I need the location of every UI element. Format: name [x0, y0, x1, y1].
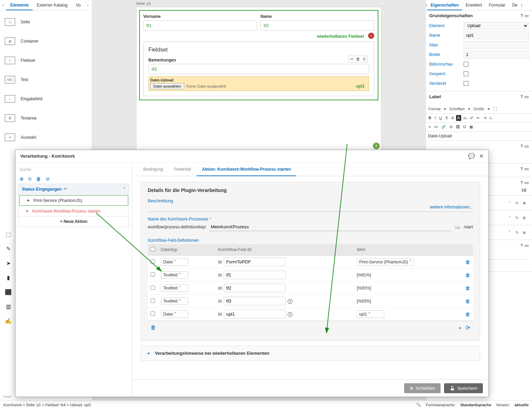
- image-icon[interactable]: 🖼: [455, 124, 461, 130]
- ver-value[interactable]: aktuelle: [514, 403, 529, 407]
- form-canvas[interactable]: Vorname Name wiederholbares Fieldset – F…: [136, 7, 381, 151]
- bold-icon[interactable]: B: [427, 115, 433, 121]
- refresh-rows-icon[interactable]: ⟳: [466, 325, 470, 332]
- badge-icon[interactable]: ⬛: [4, 288, 12, 296]
- row-check[interactable]: [151, 285, 155, 290]
- feld-id-input[interactable]: [224, 297, 286, 305]
- info-icon[interactable]: i: [288, 312, 292, 317]
- delete-icon[interactable]: 🗑: [36, 176, 41, 182]
- tab-externer-katalog[interactable]: Externer Katalog: [33, 0, 71, 10]
- fullscreen-icon[interactable]: ⛶: [492, 106, 498, 112]
- feedback-icon[interactable]: 💬: [468, 153, 475, 159]
- cursor-icon[interactable]: ➤: [4, 259, 12, 267]
- tab-erweitert[interactable]: Erweitert: [462, 0, 485, 10]
- book-icon[interactable]: 📖: [455, 225, 460, 229]
- help-icon[interactable]: ?: [520, 144, 523, 149]
- chevron-down-icon[interactable]: ˅: [507, 200, 513, 206]
- link-icon[interactable]: 🔗: [440, 124, 447, 130]
- feld-id-input[interactable]: [224, 271, 286, 279]
- delete-row-icon[interactable]: 🗑: [465, 272, 470, 278]
- add-icon[interactable]: ⊕: [521, 215, 527, 221]
- strike-icon[interactable]: S: [444, 115, 449, 121]
- add-row-icon[interactable]: ＋: [457, 325, 463, 332]
- datentyp-select[interactable]: Textfeld ˅: [161, 284, 188, 292]
- feld-id-input[interactable]: [224, 284, 286, 292]
- search-icon[interactable]: 🔍: [416, 402, 421, 407]
- new-action-button[interactable]: + Neue Aktion: [18, 216, 129, 227]
- element-container[interactable]: ▥Container: [0, 32, 92, 51]
- prop-element-select[interactable]: Upload: [464, 22, 529, 30]
- input-tf1[interactable]: [143, 20, 257, 31]
- table-icon[interactable]: ▦: [468, 124, 474, 130]
- help-icon[interactable]: ?: [520, 13, 523, 18]
- chevron-down-icon[interactable]: ˅: [507, 215, 513, 221]
- bgcolor-icon[interactable]: A: [456, 115, 461, 121]
- element-eingabefeld[interactable]: IEingabefeld: [0, 89, 92, 109]
- collapse-icon[interactable]: ▭: [524, 94, 529, 99]
- select-all-check[interactable]: [151, 247, 155, 251]
- tool-icon[interactable]: ▮: [4, 273, 12, 282]
- color-icon[interactable]: A: [450, 115, 455, 121]
- refresh-icon[interactable]: ↻: [514, 229, 520, 236]
- right-tabs-next[interactable]: ›: [521, 3, 522, 8]
- feedback-link[interactable]: Feed: [3, 395, 11, 399]
- wert-select[interactable]: upl1 ˅: [357, 310, 384, 318]
- underline-icon[interactable]: U: [438, 115, 443, 121]
- collapse-icon[interactable]: ▭: [524, 144, 529, 149]
- choose-file-button[interactable]: Datei auswählen: [150, 83, 184, 89]
- copy-icon[interactable]: ⎘: [362, 56, 367, 62]
- tab-eigenschaften[interactable]: Eigenschaften: [427, 0, 462, 10]
- prop-bildvorschau-check[interactable]: [464, 62, 468, 67]
- indent-icon[interactable]: ⇥: [482, 115, 488, 121]
- unlink-icon[interactable]: ⊘: [448, 124, 454, 130]
- element-auswahl[interactable]: ▾Auswahl: [0, 128, 92, 147]
- clear-icon[interactable]: Iₓ: [488, 115, 494, 121]
- pencil-icon[interactable]: ✎: [4, 245, 12, 253]
- delete-icon[interactable]: 🗑: [355, 56, 361, 62]
- chevron-down-icon[interactable]: ˅: [507, 229, 513, 236]
- process-name-input[interactable]: [209, 223, 452, 231]
- prop-alias-input[interactable]: [464, 41, 529, 49]
- add-icon[interactable]: ⊕: [521, 229, 527, 236]
- italic-icon[interactable]: I: [433, 115, 437, 121]
- help-icon[interactable]: ?: [520, 94, 523, 99]
- sup-icon[interactable]: x²: [469, 115, 475, 121]
- tab-bedingung[interactable]: Bedingung: [138, 162, 168, 176]
- cut-icon[interactable]: ✂: [349, 56, 355, 62]
- element-textarea[interactable]: ≣Textarea: [0, 109, 92, 128]
- tab-de[interactable]: De: [509, 0, 521, 10]
- prop-name-input[interactable]: [464, 32, 529, 39]
- datentyp-select[interactable]: Textfeld ˅: [161, 297, 188, 305]
- collapse-icon[interactable]: ▭: [524, 243, 529, 248]
- delete-row-icon[interactable]: 🗑: [465, 259, 470, 265]
- chevron-up-icon[interactable]: ˄: [123, 187, 125, 192]
- add-icon[interactable]: ⊕: [521, 200, 527, 206]
- lang-value[interactable]: Standardsprache: [460, 403, 491, 407]
- left-tabs-next[interactable]: ›: [85, 3, 91, 8]
- add-icon[interactable]: +: [373, 143, 380, 149]
- block-icon[interactable]: ⊘: [46, 176, 50, 182]
- close-icon[interactable]: ✕: [479, 153, 484, 159]
- breadcrumb[interactable]: KomXwork > Seite: p1 > Fieldset: fs4 > U…: [3, 403, 91, 407]
- info-icon[interactable]: i: [288, 299, 292, 304]
- copy-icon[interactable]: ⎘: [29, 176, 31, 182]
- collapse-icon[interactable]: ▭: [524, 180, 529, 185]
- datentyp-select[interactable]: Datei ˅: [161, 310, 188, 318]
- delete-row-icon[interactable]: 🗑: [465, 285, 470, 291]
- input-tf2[interactable]: [261, 20, 374, 31]
- help-icon[interactable]: ?: [520, 180, 523, 185]
- help-icon[interactable]: ?: [520, 166, 523, 171]
- feld-id-input[interactable]: [224, 310, 286, 318]
- outdent-icon[interactable]: ⇤: [475, 115, 481, 121]
- prop-gesperrt-check[interactable]: [464, 71, 468, 76]
- upload-area[interactable]: Datei-Upload Datei auswählen Keine Datei…: [148, 76, 369, 91]
- action-komxwork-start[interactable]: ✦ KomXwork:Workflow-Prozess starten: [19, 206, 129, 216]
- wert-select[interactable]: Print-Service (PhantomJS) ˅: [357, 258, 414, 266]
- sub-icon[interactable]: x₂: [462, 115, 468, 121]
- label-editor-content[interactable]: Datei-Upload: [426, 132, 532, 140]
- element-seite[interactable]: ▢Seite: [0, 12, 92, 32]
- delete-row-icon[interactable]: 🗑: [465, 298, 470, 304]
- tab-elemente[interactable]: Elemente: [6, 0, 33, 10]
- ul-icon[interactable]: •≡: [433, 124, 439, 130]
- action-print-service[interactable]: ✦ Print-Service (PhantomJS): [19, 195, 128, 206]
